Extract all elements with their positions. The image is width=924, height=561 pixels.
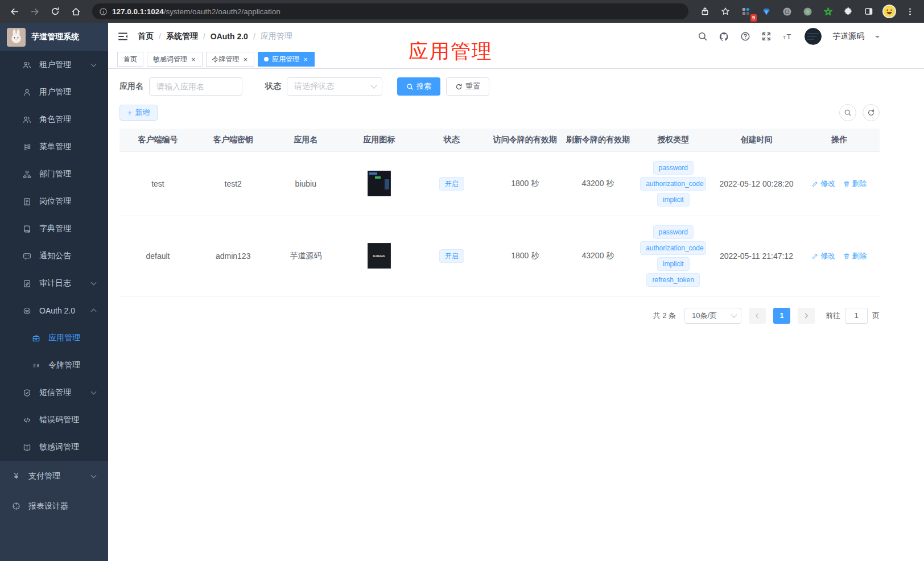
sidebar-item-id-badge[interactable]: 岗位管理 xyxy=(0,188,108,215)
page-info-icon[interactable] xyxy=(99,7,108,16)
goto-page-input[interactable] xyxy=(845,308,868,324)
green-star-extension-icon[interactable] xyxy=(819,3,836,20)
sidebar-item-users[interactable]: 租户管理 xyxy=(0,51,108,79)
sidebar-item-label: 用户管理 xyxy=(39,87,108,97)
cell-status: 开启 xyxy=(416,216,486,296)
collapse-sidebar-icon[interactable] xyxy=(117,31,129,42)
tab-label: 敏感词管理 xyxy=(153,55,187,64)
refresh-table-button[interactable] xyxy=(863,104,880,121)
page-size-select[interactable]: 10条/页 xyxy=(684,308,741,324)
browser-menu-icon[interactable] xyxy=(901,3,918,20)
green-dot-extension-icon[interactable] xyxy=(799,3,816,20)
active-tab-dot xyxy=(264,57,269,61)
sidebar-item-label: 角色管理 xyxy=(39,114,108,125)
dark-circle-extension-icon[interactable] xyxy=(778,3,795,20)
side-panel-icon[interactable] xyxy=(860,3,877,20)
user-avatar[interactable] xyxy=(805,28,822,45)
applications-table: 客户端编号客户端密钥应用名应用图标状态访问令牌的有效期刷新令牌的有效期授权类型创… xyxy=(119,129,880,296)
sidebar-item-audit-log[interactable]: 审计日志 xyxy=(0,270,108,297)
close-tab-icon[interactable]: × xyxy=(303,56,308,63)
home-icon[interactable] xyxy=(67,3,84,20)
app-logo[interactable]: 芋道管理系统 xyxy=(0,23,108,51)
cell-app-icon xyxy=(341,151,416,216)
tab-view[interactable]: 敏感词管理× xyxy=(147,52,203,67)
app-name-input[interactable] xyxy=(149,77,242,96)
sidebar-item-sms-shield[interactable]: 短信管理 xyxy=(0,379,108,406)
delete-button-label: 删除 xyxy=(852,179,867,189)
status-select[interactable]: 请选择状态 xyxy=(287,77,382,96)
sidebar-item-oauth-robot[interactable]: OAuth 2.0 xyxy=(0,297,108,324)
breadcrumb-item[interactable]: 首页 xyxy=(138,31,154,42)
column-header: 应用图标 xyxy=(341,129,416,151)
svg-text:T: T xyxy=(787,32,791,41)
delete-button[interactable]: 删除 xyxy=(843,251,867,261)
browser-toolbar: 127.0.0.1:1024/system/oauth2/oauth2/appl… xyxy=(0,0,924,23)
search-circle-icon xyxy=(844,109,852,117)
gem-extension-icon[interactable] xyxy=(758,3,775,20)
sidebar-item-sensitive-words-book[interactable]: 敏感词管理 xyxy=(0,434,108,461)
profile-avatar[interactable] xyxy=(881,3,898,20)
sidebar-item-pay-yen[interactable]: 支付管理 xyxy=(0,461,108,491)
search-button-icon xyxy=(406,83,414,90)
extensions-puzzle-icon[interactable] xyxy=(840,3,857,20)
sidebar-item-dictionary-book[interactable]: 字典管理 xyxy=(0,215,108,242)
sidebar-item-users[interactable]: 角色管理 xyxy=(0,106,108,133)
tab-grid-extension-icon[interactable]: 9 xyxy=(737,3,754,20)
close-tab-icon[interactable]: × xyxy=(243,56,249,63)
cell-app-name: biubiu xyxy=(270,151,342,216)
sidebar-item-report-designer[interactable]: 报表设计器 xyxy=(0,491,108,521)
current-page-button[interactable]: 1 xyxy=(773,308,790,324)
sidebar-item-app-briefcase[interactable]: 应用管理 xyxy=(0,324,108,352)
sidebar-item-error-code[interactable]: 错误码管理 xyxy=(0,406,108,434)
delete-button[interactable]: 删除 xyxy=(843,179,867,189)
tab-label: 应用管理 xyxy=(272,55,299,64)
reload-icon[interactable] xyxy=(47,3,64,20)
reset-button[interactable]: 重置 xyxy=(446,77,489,96)
page-content: 应用名 状态 请选择状态 搜索 重置 + 新 xyxy=(108,69,924,324)
tab-home[interactable]: 首页 xyxy=(117,52,143,67)
dictionary-book-icon xyxy=(23,225,31,233)
grant-type-list: passwordauthorization_codeimplicitrefres… xyxy=(635,225,712,287)
tab-view[interactable]: 令牌管理× xyxy=(206,52,255,67)
forward-icon[interactable] xyxy=(26,3,43,20)
sidebar-item-announcement[interactable]: 通知公告 xyxy=(0,242,108,270)
tab-view[interactable]: 应用管理× xyxy=(258,52,315,67)
close-tab-icon[interactable]: × xyxy=(191,56,196,63)
grant-type-tag: password xyxy=(653,225,694,239)
prev-page-button[interactable] xyxy=(749,308,766,324)
back-icon[interactable] xyxy=(6,3,23,20)
next-page-button[interactable] xyxy=(798,308,815,324)
edit-button[interactable]: 修改 xyxy=(812,251,835,261)
github-icon[interactable] xyxy=(719,31,729,42)
cell-app-name: 芋道源码 xyxy=(270,216,342,296)
sidebar-item-label: 令牌管理 xyxy=(48,360,108,370)
token-signal-icon xyxy=(32,361,40,370)
sidebar-item-label: 敏感词管理 xyxy=(39,442,108,452)
breadcrumb-item[interactable]: OAuth 2.0 xyxy=(211,32,248,41)
sidebar-item-label: 审计日志 xyxy=(39,278,92,288)
table-row: defaultadmin123芋道源码GitHub开启1800 秒43200 秒… xyxy=(119,216,880,296)
breadcrumb-item[interactable]: 系统管理 xyxy=(166,31,198,42)
search-icon[interactable] xyxy=(698,31,708,42)
add-button[interactable]: + 新增 xyxy=(119,105,158,121)
edit-button[interactable]: 修改 xyxy=(812,179,835,189)
bookmark-star-icon[interactable] xyxy=(717,3,734,20)
search-button[interactable]: 搜索 xyxy=(397,77,440,96)
pen-icon xyxy=(812,180,819,187)
sidebar-item-label: 岗位管理 xyxy=(39,196,108,207)
toggle-search-button[interactable] xyxy=(839,104,856,121)
sidebar-item-org-chart[interactable]: 部门管理 xyxy=(0,160,108,188)
dashboard-screenshot-image xyxy=(368,171,391,196)
help-icon[interactable] xyxy=(740,31,750,42)
user-menu-caret-icon[interactable] xyxy=(875,36,880,40)
fullscreen-icon[interactable] xyxy=(761,31,772,42)
username[interactable]: 芋道源码 xyxy=(832,31,864,42)
url-bar[interactable]: 127.0.0.1:1024/system/oauth2/oauth2/appl… xyxy=(92,3,688,19)
share-icon[interactable] xyxy=(696,3,713,20)
sidebar-item-token-signal[interactable]: 令牌管理 xyxy=(0,352,108,379)
chevron-down-icon xyxy=(91,389,97,395)
edit-button-label: 修改 xyxy=(820,251,835,261)
font-size-icon[interactable]: TT xyxy=(782,31,794,42)
sidebar-item-user[interactable]: 用户管理 xyxy=(0,79,108,106)
sidebar-item-menu-tree[interactable]: 菜单管理 xyxy=(0,133,108,160)
